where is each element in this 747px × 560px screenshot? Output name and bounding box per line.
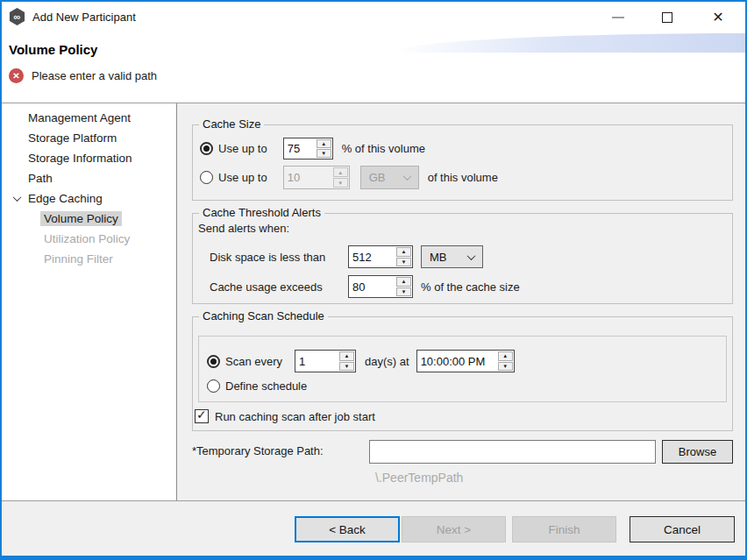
triangle-down-icon[interactable]: ▼ — [396, 258, 411, 267]
send-alerts-when-label: Send alerts when: — [198, 222, 289, 235]
minimize-button[interactable] — [605, 5, 631, 30]
page-title: Volume Policy — [9, 42, 97, 57]
triangle-down-icon: ▼ — [333, 178, 348, 188]
add-new-participant-dialog: ∞ Add New Participant ✕ Volume Policy ✕ … — [0, 0, 747, 560]
sidebar-item-storage-information[interactable]: Storage Information — [2, 148, 176, 168]
sidebar-item-management-agent[interactable]: Management Agent — [2, 108, 176, 128]
title-bar: ∞ Add New Participant ✕ — [2, 2, 745, 33]
triangle-down-icon[interactable]: ▼ — [317, 149, 331, 158]
run-caching-scan-checkbox[interactable] — [195, 409, 209, 423]
caching-scan-schedule-group: Caching Scan Schedule Scan every ▲▼ day(… — [192, 316, 733, 431]
triangle-down-icon[interactable]: ▼ — [498, 362, 513, 372]
cache-size-group-title: Cache Size — [199, 117, 264, 131]
cache-usage-alert-row: Cache usage exceeds ▲▼ % of the cache si… — [210, 275, 520, 298]
wizard-step-tree: Management Agent Storage Platform Storag… — [2, 103, 177, 500]
minimize-icon — [612, 17, 624, 18]
error-message: Please enter a valid path — [32, 69, 157, 82]
cache-size-group: Cache Size Use up to ▲▼ % of this volume… — [192, 124, 733, 201]
scan-time-spinner: ▲▼ — [416, 350, 515, 372]
validation-error-row: ✕ Please enter a valid path — [9, 68, 157, 83]
temp-path-hint: \.PeerTempPath — [375, 471, 463, 485]
temporary-storage-path-label: *Temporary Storage Path: — [192, 444, 324, 457]
run-after-job-start-row: Run caching scan after job start — [195, 409, 375, 423]
sidebar-item-volume-policy[interactable]: Volume Policy — [2, 209, 176, 229]
scan-every-row: Scan every ▲▼ day(s) at ▲▼ — [207, 350, 515, 372]
volume-policy-panel: Cache Size Use up to ▲▼ % of this volume… — [177, 103, 745, 500]
cache-usage-spinner: ▲▼ — [348, 275, 413, 298]
disk-space-spinner: ▲▼ — [348, 245, 413, 268]
wizard-button-bar: < Back Next > Finish Cancel — [2, 501, 745, 557]
hexagon-link-icon: ∞ — [9, 8, 25, 25]
chevron-down-icon — [467, 252, 476, 260]
temporary-storage-path-input[interactable] — [369, 440, 656, 464]
triangle-down-icon[interactable]: ▼ — [396, 287, 411, 297]
close-icon: ✕ — [712, 11, 723, 25]
triangle-up-icon[interactable]: ▲ — [396, 277, 411, 287]
schedule-group-title: Caching Scan Schedule — [199, 309, 328, 323]
cache-threshold-alerts-group: Cache Threshold Alerts Send alerts when:… — [192, 213, 733, 304]
define-schedule-row: Define schedule — [207, 379, 307, 393]
use-fixed-radio[interactable] — [200, 171, 213, 184]
cache-fixed-input — [284, 167, 332, 188]
cache-fixed-row: Use up to ▲▼ GB of this volume — [200, 166, 498, 189]
cache-percent-row: Use up to ▲▼ % of this volume — [200, 138, 425, 159]
triangle-up-icon[interactable]: ▲ — [498, 351, 513, 361]
maximize-icon — [662, 12, 672, 23]
triangle-up-icon[interactable]: ▲ — [396, 247, 411, 257]
define-schedule-radio[interactable] — [207, 379, 220, 393]
maximize-button[interactable] — [654, 5, 680, 30]
use-percent-radio[interactable] — [200, 142, 213, 155]
sidebar-item-edge-caching[interactable]: Edge Caching — [2, 188, 176, 209]
cache-usage-input[interactable] — [349, 276, 395, 297]
cache-fixed-spinner: ▲▼ — [283, 166, 350, 189]
sidebar-item-storage-platform[interactable]: Storage Platform — [2, 128, 176, 148]
sidebar-item-path[interactable]: Path — [2, 168, 176, 188]
error-circle-x-icon: ✕ — [9, 68, 24, 83]
cache-percent-input[interactable] — [284, 138, 316, 159]
triangle-up-icon[interactable]: ▲ — [317, 139, 331, 148]
sidebar-item-pinning-filter: Pinning Filter — [2, 249, 176, 269]
sidebar-item-utilization-policy: Utilization Policy — [2, 229, 176, 249]
threshold-group-title: Cache Threshold Alerts — [199, 206, 324, 219]
cache-percent-spinner: ▲▼ — [283, 138, 333, 159]
chevron-down-icon — [402, 172, 411, 181]
triangle-up-icon: ▲ — [333, 167, 348, 177]
disk-space-unit-dropdown[interactable]: MB — [421, 245, 483, 268]
browse-button[interactable]: Browse — [662, 440, 733, 464]
close-button[interactable]: ✕ — [705, 5, 731, 30]
disk-space-input[interactable] — [349, 246, 395, 267]
chevron-down-icon[interactable] — [9, 195, 25, 202]
cache-unit-dropdown: GB — [360, 166, 419, 189]
finish-button: Finish — [512, 516, 616, 542]
cancel-button[interactable]: Cancel — [630, 516, 735, 542]
window-title: Add New Participant — [32, 11, 136, 24]
scan-every-radio[interactable] — [207, 355, 220, 368]
back-button[interactable]: < Back — [295, 516, 400, 542]
schedule-options-box: Scan every ▲▼ day(s) at ▲▼ Define schedu… — [198, 336, 727, 402]
header-swoosh-decoration — [395, 33, 745, 53]
scan-days-spinner: ▲▼ — [295, 350, 356, 372]
next-button: Next > — [402, 516, 506, 542]
scan-time-input[interactable] — [417, 351, 497, 372]
disk-space-alert-row: Disk space is less than ▲▼ MB — [210, 245, 483, 268]
triangle-up-icon[interactable]: ▲ — [339, 351, 354, 361]
triangle-down-icon[interactable]: ▼ — [339, 362, 354, 372]
scan-days-input[interactable] — [295, 351, 338, 372]
